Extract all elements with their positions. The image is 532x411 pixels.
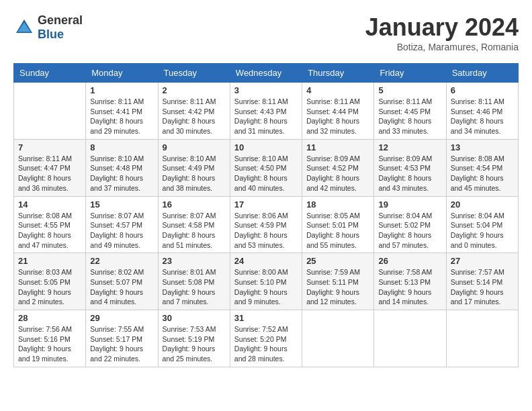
calendar-cell: 6Sunrise: 8:11 AMSunset: 4:46 PMDaylight… (446, 83, 518, 140)
calendar-cell: 25Sunrise: 7:59 AMSunset: 5:11 PMDayligh… (302, 253, 374, 310)
title-section: January 2024 Botiza, Maramures, Romania (365, 13, 519, 52)
day-info: Sunrise: 8:11 AMSunset: 4:45 PMDaylight:… (378, 97, 441, 136)
day-info: Sunrise: 7:53 AMSunset: 5:19 PMDaylight:… (163, 324, 226, 364)
weekday-header-friday: Friday (374, 64, 446, 83)
day-number: 31 (234, 313, 298, 323)
day-info: Sunrise: 8:10 AMSunset: 4:50 PMDaylight:… (234, 154, 298, 193)
calendar-cell (14, 83, 86, 140)
calendar-cell: 27Sunrise: 7:57 AMSunset: 5:14 PMDayligh… (446, 253, 518, 310)
day-info: Sunrise: 8:09 AMSunset: 4:53 PMDaylight:… (378, 154, 441, 193)
day-info: Sunrise: 8:05 AMSunset: 5:01 PMDaylight:… (306, 211, 369, 250)
weekday-header-sunday: Sunday (14, 64, 86, 83)
day-info: Sunrise: 8:08 AMSunset: 4:54 PMDaylight:… (451, 154, 514, 193)
calendar-cell: 7Sunrise: 8:11 AMSunset: 4:47 PMDaylight… (14, 139, 86, 196)
month-title: January 2024 (365, 13, 519, 42)
day-info: Sunrise: 8:11 AMSunset: 4:43 PMDaylight:… (234, 97, 298, 136)
calendar-cell: 12Sunrise: 8:09 AMSunset: 4:53 PMDayligh… (374, 139, 446, 196)
day-number: 15 (90, 199, 153, 210)
day-info: Sunrise: 8:04 AMSunset: 5:04 PMDaylight:… (451, 211, 514, 250)
weekday-header-row: SundayMondayTuesdayWednesdayThursdayFrid… (14, 64, 519, 83)
logo-general: General (38, 13, 83, 28)
day-info: Sunrise: 8:08 AMSunset: 4:55 PMDaylight:… (18, 211, 81, 250)
calendar-cell: 15Sunrise: 8:07 AMSunset: 4:57 PMDayligh… (86, 196, 158, 253)
day-number: 24 (234, 256, 298, 266)
calendar-week-row: 7Sunrise: 8:11 AMSunset: 4:47 PMDaylight… (14, 139, 519, 196)
day-info: Sunrise: 8:07 AMSunset: 4:58 PMDaylight:… (163, 211, 226, 250)
calendar-cell: 13Sunrise: 8:08 AMSunset: 4:54 PMDayligh… (446, 139, 518, 196)
calendar-week-row: 1Sunrise: 8:11 AMSunset: 4:41 PMDaylight… (14, 83, 519, 140)
day-number: 5 (378, 85, 441, 95)
day-number: 4 (306, 85, 369, 95)
day-info: Sunrise: 8:06 AMSunset: 4:59 PMDaylight:… (234, 211, 298, 250)
day-number: 11 (306, 142, 369, 152)
day-info: Sunrise: 7:59 AMSunset: 5:11 PMDaylight:… (306, 267, 369, 307)
day-info: Sunrise: 7:56 AMSunset: 5:16 PMDaylight:… (18, 324, 81, 364)
calendar-cell: 8Sunrise: 8:10 AMSunset: 4:48 PMDaylight… (86, 139, 158, 196)
calendar-cell (374, 310, 446, 367)
calendar-cell: 21Sunrise: 8:03 AMSunset: 5:05 PMDayligh… (14, 253, 86, 310)
day-number: 14 (18, 199, 81, 210)
logo-icon (13, 17, 35, 38)
day-number: 3 (234, 85, 298, 95)
day-number: 30 (163, 313, 226, 323)
day-number: 23 (163, 256, 226, 266)
day-number: 12 (378, 142, 441, 152)
day-number: 18 (306, 199, 369, 210)
calendar-cell: 9Sunrise: 8:10 AMSunset: 4:49 PMDaylight… (158, 139, 230, 196)
day-info: Sunrise: 7:57 AMSunset: 5:14 PMDaylight:… (451, 267, 514, 307)
calendar-week-row: 28Sunrise: 7:56 AMSunset: 5:16 PMDayligh… (14, 310, 519, 367)
weekday-header-saturday: Saturday (446, 64, 518, 83)
calendar-cell: 16Sunrise: 8:07 AMSunset: 4:58 PMDayligh… (158, 196, 230, 253)
day-info: Sunrise: 8:11 AMSunset: 4:41 PMDaylight:… (90, 97, 153, 136)
day-number: 22 (90, 256, 153, 266)
day-number: 2 (163, 85, 226, 95)
calendar-cell: 5Sunrise: 8:11 AMSunset: 4:45 PMDaylight… (374, 83, 446, 140)
weekday-header-thursday: Thursday (302, 64, 374, 83)
day-number: 16 (163, 199, 226, 210)
day-number: 20 (451, 199, 514, 210)
weekday-header-tuesday: Tuesday (158, 64, 230, 83)
day-info: Sunrise: 8:04 AMSunset: 5:02 PMDaylight:… (378, 211, 441, 250)
calendar-cell: 31Sunrise: 7:52 AMSunset: 5:20 PMDayligh… (230, 310, 302, 367)
logo: General Blue (13, 13, 83, 42)
day-info: Sunrise: 8:07 AMSunset: 4:57 PMDaylight:… (90, 211, 153, 250)
calendar-cell: 17Sunrise: 8:06 AMSunset: 4:59 PMDayligh… (230, 196, 302, 253)
calendar-cell: 2Sunrise: 8:11 AMSunset: 4:42 PMDaylight… (158, 83, 230, 140)
calendar-cell: 11Sunrise: 8:09 AMSunset: 4:52 PMDayligh… (302, 139, 374, 196)
day-number: 19 (378, 199, 441, 210)
calendar-cell: 4Sunrise: 8:11 AMSunset: 4:44 PMDaylight… (302, 83, 374, 140)
calendar-cell: 10Sunrise: 8:10 AMSunset: 4:50 PMDayligh… (230, 139, 302, 196)
calendar-table: SundayMondayTuesdayWednesdayThursdayFrid… (13, 63, 519, 367)
calendar-cell: 22Sunrise: 8:02 AMSunset: 5:07 PMDayligh… (86, 253, 158, 310)
day-number: 13 (451, 142, 514, 152)
day-info: Sunrise: 8:01 AMSunset: 5:08 PMDaylight:… (163, 267, 226, 307)
day-number: 21 (18, 256, 81, 266)
day-info: Sunrise: 8:11 AMSunset: 4:47 PMDaylight:… (18, 154, 81, 193)
day-number: 9 (163, 142, 226, 152)
calendar-cell: 14Sunrise: 8:08 AMSunset: 4:55 PMDayligh… (14, 196, 86, 253)
calendar-week-row: 14Sunrise: 8:08 AMSunset: 4:55 PMDayligh… (14, 196, 519, 253)
day-info: Sunrise: 7:58 AMSunset: 5:13 PMDaylight:… (378, 267, 441, 307)
calendar-cell: 18Sunrise: 8:05 AMSunset: 5:01 PMDayligh… (302, 196, 374, 253)
day-info: Sunrise: 8:10 AMSunset: 4:49 PMDaylight:… (163, 154, 226, 193)
day-number: 1 (90, 85, 153, 95)
day-info: Sunrise: 8:09 AMSunset: 4:52 PMDaylight:… (306, 154, 369, 193)
day-info: Sunrise: 8:02 AMSunset: 5:07 PMDaylight:… (90, 267, 153, 307)
day-number: 27 (451, 256, 514, 266)
calendar-cell: 24Sunrise: 8:00 AMSunset: 5:10 PMDayligh… (230, 253, 302, 310)
weekday-header-monday: Monday (86, 64, 158, 83)
logo-text: General Blue (38, 13, 83, 42)
calendar-cell: 3Sunrise: 8:11 AMSunset: 4:43 PMDaylight… (230, 83, 302, 140)
calendar-cell: 1Sunrise: 8:11 AMSunset: 4:41 PMDaylight… (86, 83, 158, 140)
day-number: 7 (18, 142, 81, 152)
calendar-cell: 19Sunrise: 8:04 AMSunset: 5:02 PMDayligh… (374, 196, 446, 253)
logo-blue: Blue (38, 28, 83, 42)
day-info: Sunrise: 7:52 AMSunset: 5:20 PMDaylight:… (234, 324, 298, 364)
location: Botiza, Maramures, Romania (365, 42, 519, 52)
calendar-cell: 26Sunrise: 7:58 AMSunset: 5:13 PMDayligh… (374, 253, 446, 310)
day-info: Sunrise: 8:00 AMSunset: 5:10 PMDaylight:… (234, 267, 298, 307)
calendar-cell: 23Sunrise: 8:01 AMSunset: 5:08 PMDayligh… (158, 253, 230, 310)
day-number: 17 (234, 199, 298, 210)
day-number: 26 (378, 256, 441, 266)
day-info: Sunrise: 8:11 AMSunset: 4:46 PMDaylight:… (451, 97, 514, 136)
